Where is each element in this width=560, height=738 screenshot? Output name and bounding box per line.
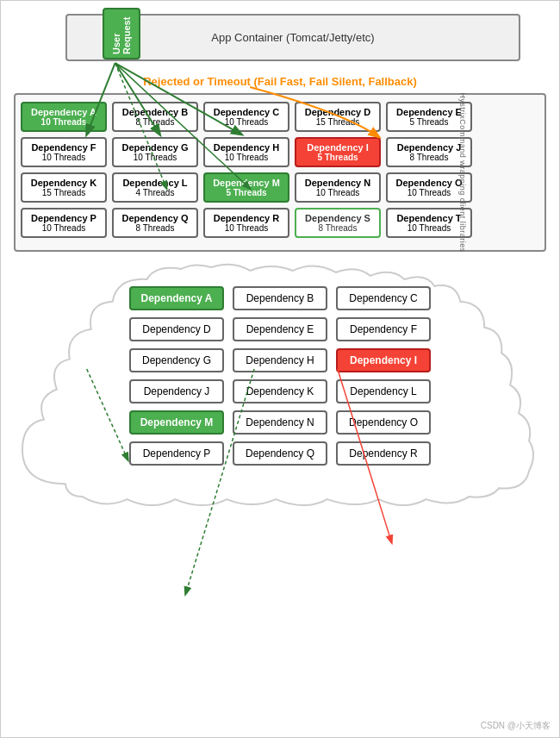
cloud-dep-r: Dependency R — [336, 441, 431, 466]
cloud-row-3: Dependency G Dependency H Dependency I — [31, 348, 529, 372]
cloud-dep-p: Dependency P — [129, 441, 224, 466]
dep-box-a: Dependency A 10 Threads — [21, 102, 107, 132]
top-section: App Container (Tomcat/Jetty/etc) — [1, 1, 559, 70]
cloud-row-1: Dependency A Dependency B Dependency C — [31, 286, 529, 310]
cloud-dep-a: Dependency A — [129, 286, 224, 310]
cloud-dep-q: Dependency Q — [233, 441, 327, 466]
cloud-dep-n: Dependency N — [233, 410, 327, 435]
cloud-dep-m: Dependency M — [129, 410, 224, 435]
dep-box-n: Dependency N 10 Threads — [295, 172, 381, 203]
cloud-row-5: Dependency M Dependency N Dependency O — [31, 410, 529, 435]
dep-box-c: Dependency C 10 Threads — [203, 102, 289, 132]
cloud-dep-h: Dependency H — [233, 348, 327, 372]
dep-box-q: Dependency Q 8 Threads — [112, 208, 198, 238]
user-request-button: User Request — [103, 8, 140, 59]
cloud-row-2: Dependency D Dependency E Dependency F — [31, 317, 529, 341]
dep-box-f: Dependency F 10 Threads — [21, 137, 107, 167]
dep-box-g: Dependency G 10 Threads — [112, 137, 198, 167]
dep-box-l: Dependency L 4 Threads — [112, 172, 198, 203]
cloud-dep-k: Dependency K — [233, 379, 327, 403]
cloud-dep-l: Dependency L — [336, 379, 431, 403]
cloud-dep-o: Dependency O — [336, 410, 431, 435]
page-wrapper: User Request App Container (Tomcat/Jetty… — [0, 0, 560, 738]
dep-box-k: Dependency K 15 Threads — [21, 172, 107, 203]
dep-box-m: Dependency M 5 Threads — [203, 172, 289, 203]
dep-box-b: Dependency B 8 Threads — [112, 102, 198, 132]
dep-box-h: Dependency H 10 Threads — [203, 137, 289, 167]
cloud-section: Dependency A Dependency B Dependency C D… — [14, 260, 546, 510]
cloud-dep-c: Dependency C — [336, 286, 431, 310]
cloud-dep-b: Dependency B — [233, 286, 327, 310]
app-container-label: App Container (Tomcat/Jetty/etc) — [211, 31, 374, 44]
cloud-dep-f: Dependency F — [336, 317, 431, 341]
dep-box-d: Dependency D 15 Threads — [295, 102, 381, 132]
cloud-dep-i: Dependency I — [336, 348, 431, 372]
watermark: CSDN @小天博客 — [481, 720, 551, 732]
cloud-dep-d: Dependency D — [129, 317, 224, 341]
dep-grid-wrapper: HystrixCommand wrapping client libraries… — [14, 93, 546, 252]
cloud-dep-j: Dependency J — [129, 379, 224, 403]
dep-box-i: Dependency I 5 Threads — [295, 137, 381, 167]
cloud-row-6: Dependency P Dependency Q Dependency R — [31, 441, 529, 466]
side-label: HystrixCommand wrapping client libraries — [458, 92, 467, 253]
cloud-dep-g: Dependency G — [129, 348, 224, 372]
dep-box-p: Dependency P 10 Threads — [21, 208, 107, 238]
dep-box-r: Dependency R 10 Threads — [203, 208, 289, 238]
cloud-content: Dependency A Dependency B Dependency C D… — [14, 260, 546, 490]
dep-box-s: Dependency S 8 Threads — [295, 208, 381, 238]
rejected-text: Rejected or Timeout (Fail Fast, Fail Sil… — [1, 75, 559, 88]
cloud-row-4: Dependency J Dependency K Dependency L — [31, 379, 529, 403]
cloud-dep-e: Dependency E — [233, 317, 327, 341]
